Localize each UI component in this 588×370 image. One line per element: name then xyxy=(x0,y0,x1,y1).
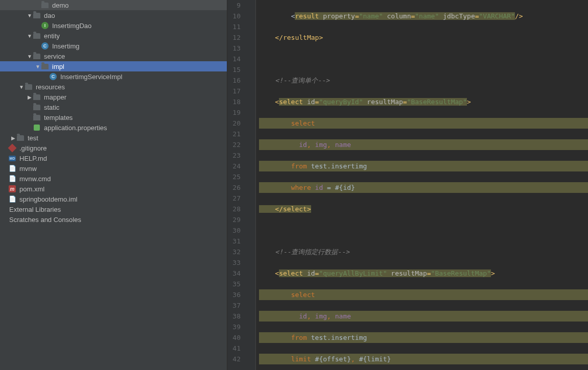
tree-label: mvnw.cmd xyxy=(19,175,51,183)
package-icon xyxy=(33,52,41,60)
tree-item-insertimg-entity[interactable]: CInsertimg xyxy=(0,41,227,51)
code-line: <!--查询单个--> xyxy=(259,75,588,86)
expand-arrow-icon: ▶ xyxy=(10,135,16,141)
tree-label: static xyxy=(44,104,59,111)
tree-item-pom-xml[interactable]: mpom.xml xyxy=(0,184,227,194)
line-number: 22 xyxy=(231,139,241,150)
line-number: 18 xyxy=(231,96,241,107)
folder-icon xyxy=(33,93,41,101)
tree-label: templates xyxy=(44,114,73,121)
line-number: 32 xyxy=(231,246,241,257)
tree-label: InsertimgServiceImpl xyxy=(60,73,122,81)
tree-label: mapper xyxy=(44,93,66,101)
maven-icon: m xyxy=(8,185,16,193)
line-number: 29 xyxy=(231,214,241,225)
tree-item-static[interactable]: static xyxy=(0,102,227,112)
tree-label: HELP.md xyxy=(19,155,47,162)
tree-label: springbootdemo.iml xyxy=(19,195,77,203)
collapse-arrow-icon: ▼ xyxy=(35,64,41,69)
tree-item-insertimg-service-impl[interactable]: CInsertimgServiceImpl xyxy=(0,71,227,82)
tree-item-help-md[interactable]: MDHELP.md xyxy=(0,153,227,163)
folder-icon xyxy=(33,103,41,111)
code-line: from test.insertimg xyxy=(259,161,588,171)
line-number: 39 xyxy=(231,322,241,332)
line-number: 13 xyxy=(231,43,241,54)
line-number: 40 xyxy=(231,332,241,343)
tree-item-templates[interactable]: templates xyxy=(0,112,227,122)
fold-column[interactable] xyxy=(250,0,256,370)
line-number: 34 xyxy=(231,268,241,279)
line-number: 23 xyxy=(231,150,241,161)
collapse-arrow-icon: ▼ xyxy=(27,13,33,18)
tree-item-scratches[interactable]: Scratches and Consoles xyxy=(0,214,227,225)
tree-item-demo[interactable]: demo xyxy=(0,0,227,10)
tree-item-mapper[interactable]: ▶mapper xyxy=(0,92,227,102)
code-line: <result property="name" column="name" jd… xyxy=(259,11,588,21)
code-line: select xyxy=(259,289,588,300)
code-line: </select> xyxy=(259,204,588,214)
line-number: 27 xyxy=(231,193,241,204)
properties-icon xyxy=(33,124,41,132)
collapse-arrow-icon: ▼ xyxy=(27,33,33,39)
file-icon: 📄 xyxy=(8,164,16,172)
folder-icon xyxy=(41,1,49,9)
project-tree[interactable]: demo ▼dao IInsertimgDao ▼entity CInserti… xyxy=(0,0,227,370)
file-icon: 📄 xyxy=(8,195,16,203)
tree-item-insertimg-dao[interactable]: IInsertimgDao xyxy=(0,20,227,31)
line-number: 17 xyxy=(231,86,241,96)
line-number: 41 xyxy=(231,343,241,354)
tree-item-gitignore[interactable]: .gitignore xyxy=(0,143,227,153)
code-line: id, img, name xyxy=(259,139,588,150)
tree-item-application-properties[interactable]: application.properties xyxy=(0,122,227,133)
line-number: 9 xyxy=(231,0,241,11)
line-number: 21 xyxy=(231,129,241,139)
tree-item-mvnw[interactable]: 📄mvnw xyxy=(0,163,227,174)
code-line: where id = #{id} xyxy=(259,182,588,193)
expand-arrow-icon: ▶ xyxy=(27,94,33,100)
tree-item-iml[interactable]: 📄springbootdemo.iml xyxy=(0,194,227,204)
tree-label: pom.xml xyxy=(19,185,44,193)
line-number: 19 xyxy=(231,107,241,118)
code-content[interactable]: <result property="name" column="name" jd… xyxy=(256,0,588,370)
collapse-arrow-icon: ▼ xyxy=(18,84,25,90)
line-number: 26 xyxy=(231,182,241,193)
line-number: 33 xyxy=(231,257,241,268)
line-number: 35 xyxy=(231,279,241,289)
tree-label: demo xyxy=(52,2,69,9)
tree-item-test[interactable]: ▶test xyxy=(0,133,227,143)
tree-item-entity[interactable]: ▼entity xyxy=(0,31,227,41)
tree-label: External Libraries xyxy=(9,206,61,213)
tree-label: .gitignore xyxy=(19,144,46,152)
folder-icon xyxy=(25,83,33,91)
tree-label: resources xyxy=(36,83,65,91)
line-number: 38 xyxy=(231,311,241,322)
code-line: select xyxy=(259,118,588,129)
line-number: 25 xyxy=(231,171,241,182)
line-gutter: 9 10 11 12 13 14 15 16 17 18 19 20 21 22… xyxy=(227,0,250,370)
tree-item-impl[interactable]: ▼impl xyxy=(0,61,227,71)
collapse-arrow-icon: ▼ xyxy=(27,54,33,59)
tree-label: impl xyxy=(52,63,64,70)
tree-label: InsertimgDao xyxy=(52,22,91,30)
tree-item-resources[interactable]: ▼resources xyxy=(0,82,227,92)
line-number: 20 xyxy=(231,118,241,129)
line-number: 12 xyxy=(231,32,241,43)
package-icon xyxy=(33,11,41,19)
code-line: <!--查询指定行数据--> xyxy=(259,246,588,257)
folder-icon xyxy=(16,134,25,142)
line-number: 30 xyxy=(231,225,241,236)
line-number: 28 xyxy=(231,204,241,214)
tree-item-mvnw-cmd[interactable]: 📄mvnw.cmd xyxy=(0,174,227,184)
class-icon: C xyxy=(49,72,57,81)
line-number: 24 xyxy=(231,161,241,171)
tree-item-dao[interactable]: ▼dao xyxy=(0,10,227,20)
code-line xyxy=(259,54,588,64)
tree-item-service[interactable]: ▼service xyxy=(0,51,227,61)
tree-label: mvnw xyxy=(19,165,37,172)
code-editor[interactable]: 9 10 11 12 13 14 15 16 17 18 19 20 21 22… xyxy=(227,0,588,370)
tree-item-external-libraries[interactable]: External Libraries xyxy=(0,204,227,214)
code-line: <select id="queryAllByLimit" resultMap="… xyxy=(259,268,588,279)
code-line: <select id="queryById" resultMap="BaseRe… xyxy=(259,96,588,107)
line-number: 37 xyxy=(231,300,241,311)
interface-icon: I xyxy=(41,21,49,30)
